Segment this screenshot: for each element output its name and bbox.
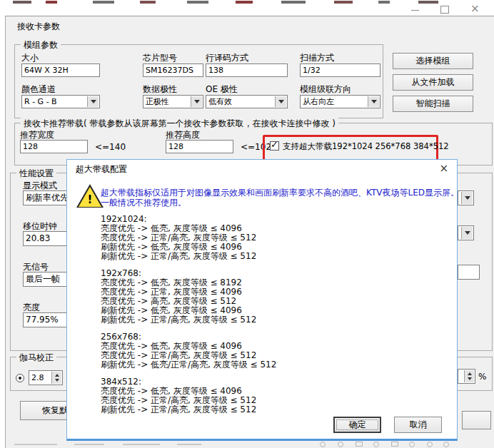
- toolbar-icon: [356, 442, 363, 447]
- toolbar-icon: [373, 442, 379, 447]
- recommended-width-input[interactable]: 128: [20, 140, 88, 153]
- exclamation-glyph: !: [76, 193, 104, 206]
- maximize-icon[interactable]: [440, 6, 449, 14]
- warning-line-1: 超大带载指标仅适用于对图像显示效果和画面刷新率要求不高的酒吧、KTV夜场等LED…: [101, 188, 459, 198]
- gamma-radio[interactable]: [16, 374, 24, 382]
- chip-input[interactable]: SM16237DS: [143, 63, 203, 77]
- gamma-group-title: 伽马校正: [16, 352, 56, 364]
- chevron-down-icon[interactable]: [87, 96, 99, 107]
- spec-line: 刷新优先 -> 正常/高亮, 灰度等级 ≤ 512: [101, 315, 276, 325]
- toolbar-icon: [391, 442, 398, 447]
- super-load-checkbox[interactable]: ✓: [270, 141, 279, 151]
- cascade-select[interactable]: 从右向左: [300, 95, 380, 108]
- data-polarity-value: 正极性: [146, 97, 169, 106]
- dialog-close-icon[interactable]: ×: [439, 163, 448, 174]
- decorative-mark: [334, 1, 353, 4]
- spec-section-192x768: 192x768: 亮度优先 -> 低亮, 灰度等级 ≤ 8192 亮度优先 ->…: [101, 269, 276, 325]
- spinner-fragment[interactable]: [458, 369, 475, 384]
- textbox-fragment[interactable]: [458, 265, 480, 280]
- toolbar-icon: [443, 442, 449, 447]
- select-module-button[interactable]: 选择模组: [393, 53, 473, 69]
- warning-text: 超大带载指标仅适用于对图像显示效果和画面刷新率要求不高的酒吧、KTV夜场等LED…: [101, 188, 459, 208]
- data-polarity-select[interactable]: 正极性: [143, 95, 203, 108]
- close-icon[interactable]: ×: [470, 2, 480, 15]
- decorative-mark: [13, 1, 31, 4]
- oe-polarity-select[interactable]: 低有效: [206, 95, 288, 108]
- radio-dot: [19, 377, 21, 380]
- recommended-load-group-title: 接收卡推荐带载( 带载参数从该屏幕第一个接收卡参数获取，在接收卡连接中修改 ): [21, 118, 338, 130]
- scan-mode-input[interactable]: 1/32: [300, 63, 380, 77]
- scan-mode-label: 扫描方式: [300, 52, 334, 64]
- decorative-mark: [140, 1, 156, 4]
- warning-icon: !: [76, 184, 104, 208]
- color-channel-value: R - G - B: [24, 97, 57, 106]
- combobox-fragment[interactable]: [458, 190, 474, 205]
- spec-line: 刷新优先 -> 正常/高亮, 灰度等级 ≤ 512: [101, 252, 276, 261]
- data-polarity-label: 数据极性: [143, 83, 177, 96]
- minimize-icon[interactable]: [411, 10, 419, 11]
- chevron-down-icon[interactable]: [368, 96, 379, 107]
- chip-label: 芯片型号: [143, 52, 177, 64]
- oe-polarity-label: OE 极性: [206, 83, 238, 96]
- oe-polarity-value: 低有效: [208, 97, 232, 106]
- display-mode-value: 刷新率优先: [26, 193, 69, 203]
- gamma-spinner[interactable]: 2.8: [29, 370, 63, 385]
- super-load-checkbox-label: 支持超大带载192*1024 256*768 384*512: [283, 141, 449, 152]
- toolbar-icon: [320, 442, 326, 447]
- toolbar-icon: [409, 442, 415, 447]
- chevron-down-icon[interactable]: [191, 96, 202, 107]
- color-channel-label: 颜色通道: [21, 83, 56, 96]
- spec-line: 刷新优先 -> 低亮/正常/高亮, 灰度等级 ≤ 512: [101, 360, 276, 370]
- spec-section-384x512: 384x512: 亮度优先 -> 低亮, 灰度等级 ≤ 4096 亮度优先 ->…: [101, 377, 276, 414]
- super-load-dialog: 超大带载配置 × ! 超大带载指标仅适用于对图像显示效果和画面刷新率要求不高的酒…: [66, 159, 458, 441]
- row-decode-label: 行译码方式: [206, 52, 248, 64]
- performance-group-title: 性能设置: [16, 168, 56, 180]
- decorative-mark: [236, 1, 253, 4]
- load-from-file-button[interactable]: 从文件加载: [393, 74, 473, 91]
- toolbar-icon: [427, 442, 433, 447]
- decorative-mark: [187, 1, 208, 4]
- decorative-mark: [418, 1, 438, 4]
- decorative-mark: [93, 1, 114, 4]
- page-title: 接收卡参数: [17, 21, 60, 33]
- app-window: × 接收卡参数 模组参数 大小 64W X 32H 芯片型号 SM16237DS…: [0, 0, 494, 448]
- spinner-arrows-icon[interactable]: [464, 370, 474, 382]
- cascade-value: 从右向左: [303, 97, 334, 106]
- spec-section-192x1024: 192x1024: 亮度优先 -> 低亮, 灰度等级 ≤ 4096 亮度优先 -…: [101, 215, 276, 261]
- row-decode-input[interactable]: 138: [206, 63, 288, 77]
- titlebar: [0, 0, 494, 16]
- panel-border: [5, 16, 6, 448]
- module-params-group-title: 模组参数: [21, 39, 61, 51]
- decorative-mark: [177, 444, 201, 445]
- spec-line: 刷新优先 -> 正常/高亮, 灰度等级 ≤ 512: [101, 405, 276, 414]
- gamma-value: 2.8: [31, 373, 44, 382]
- decorative-mark: [14, 444, 57, 445]
- window-border: [0, 16, 494, 16]
- recommended-width-limit: <=140: [95, 142, 126, 152]
- color-channel-select[interactable]: R - G - B: [21, 95, 100, 108]
- chevron-down-icon[interactable]: [461, 192, 473, 204]
- no-signal-value: 最后一帧: [26, 274, 60, 284]
- decorative-mark: [281, 1, 306, 4]
- button-fragment[interactable]: [462, 411, 491, 429]
- cancel-button[interactable]: 取消: [394, 417, 442, 433]
- dialog-title: 超大带载配置: [76, 160, 127, 178]
- window-margin: [0, 16, 5, 448]
- chevron-down-icon[interactable]: [275, 96, 286, 107]
- smart-scan-button[interactable]: 智能扫描: [393, 96, 473, 112]
- ok-button[interactable]: 确定: [333, 417, 381, 433]
- checkmark-icon: ✓: [271, 139, 278, 150]
- warning-line-2: 一般情况不推荐使用。: [101, 198, 459, 208]
- cascade-label: 模组级联方向: [300, 83, 351, 96]
- spinner-arrows-icon[interactable]: [51, 372, 61, 384]
- toolbar-icon: [338, 442, 343, 447]
- decorative-mark: [123, 444, 160, 445]
- combobox-fragment[interactable]: [458, 225, 474, 240]
- spec-section-256x768: 256x768: 亮度优先 -> 低亮, 灰度等级 ≤ 4096 亮度优先 ->…: [101, 332, 276, 370]
- size-label: 大小: [21, 52, 39, 64]
- size-input[interactable]: 64W X 32H: [21, 63, 100, 77]
- percent-suffix: %: [478, 372, 486, 382]
- recommended-height-input[interactable]: 128: [166, 140, 233, 153]
- decorative-mark: [378, 1, 390, 4]
- chevron-down-icon[interactable]: [461, 227, 473, 239]
